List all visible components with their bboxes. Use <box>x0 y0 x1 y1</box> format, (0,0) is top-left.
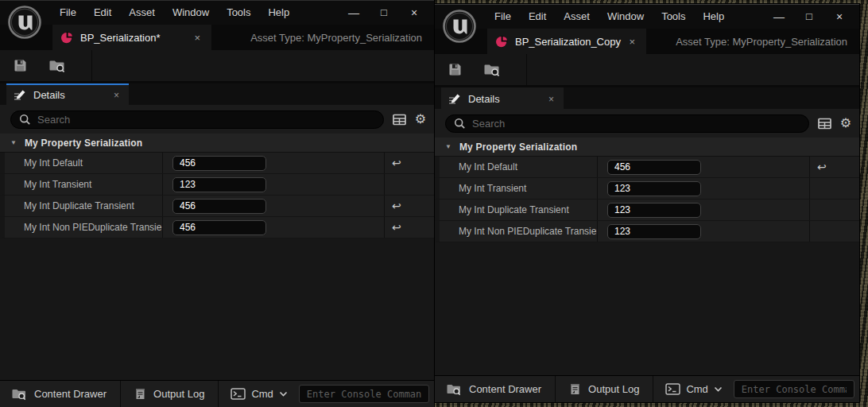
statusbar-separator <box>120 381 121 407</box>
details-tab-close-icon[interactable]: × <box>111 90 122 101</box>
console-command-input[interactable] <box>299 385 429 403</box>
title-bar: File Edit Asset Window Tools Help — □ × <box>0 1 434 25</box>
menu-bar: File Edit Asset Window Tools Help <box>0 1 298 25</box>
property-revert-cell: ↩ <box>809 221 859 242</box>
search-box[interactable] <box>445 114 809 133</box>
menu-tools[interactable]: Tools <box>218 1 259 25</box>
unreal-engine-logo-icon[interactable] <box>7 5 42 40</box>
output-log-button[interactable]: Output Log <box>123 381 215 407</box>
menu-window[interactable]: Window <box>599 5 653 29</box>
output-log-label: Output Log <box>153 388 204 400</box>
settings-gear-icon[interactable]: ⚙ <box>840 117 851 130</box>
output-log-icon <box>134 387 146 401</box>
chevron-down-icon: ▼ <box>445 143 451 150</box>
toolbar <box>0 50 434 82</box>
property-value-input[interactable] <box>607 224 701 239</box>
asset-tab-bp-serialization-copy[interactable]: BP_Serialization_Copy × <box>487 29 646 54</box>
statusbar-separator <box>218 381 219 407</box>
details-icon <box>14 89 26 101</box>
details-tab-bar: Details × <box>0 83 434 105</box>
menu-edit[interactable]: Edit <box>520 5 555 29</box>
maximize-icon[interactable]: □ <box>375 2 393 24</box>
menu-file[interactable]: File <box>51 1 85 25</box>
reset-to-default-icon[interactable]: ↩ <box>817 161 827 172</box>
menu-bar: File Edit Asset Window Tools Help <box>435 5 733 29</box>
unreal-engine-logo-icon[interactable] <box>442 9 477 44</box>
property-value-input[interactable] <box>172 156 266 171</box>
settings-gear-icon[interactable]: ⚙ <box>415 113 426 126</box>
property-label: My Int Non PIEDuplicate Transient <box>5 217 162 238</box>
output-log-button[interactable]: Output Log <box>558 376 650 402</box>
content-drawer-label: Content Drawer <box>469 383 541 395</box>
asset-tab-close-icon[interactable]: × <box>191 32 203 44</box>
details-search-row: ⚙ <box>0 105 434 134</box>
asset-tab-bp-serialization[interactable]: BP_Serialization* × <box>52 25 211 50</box>
cmd-dropdown-button[interactable]: Cmd <box>656 376 731 402</box>
toolbar-separator <box>91 50 92 82</box>
property-label: My Int Transient <box>5 174 162 195</box>
menu-asset[interactable]: Asset <box>555 5 599 29</box>
reset-to-default-icon[interactable]: ↩ <box>392 222 401 233</box>
menu-file[interactable]: File <box>486 5 520 29</box>
close-icon[interactable]: × <box>405 2 423 24</box>
property-row-my-int-transient: My Int Transient ↩ <box>435 178 859 200</box>
search-input[interactable] <box>37 114 375 126</box>
property-row-my-int-non-pieduplicate-transient: My Int Non PIEDuplicate Transient ↩ <box>0 217 434 238</box>
details-tab-close-icon[interactable]: × <box>546 94 556 105</box>
chevron-down-icon <box>279 391 288 397</box>
details-empty-area <box>435 242 859 375</box>
property-value-input[interactable] <box>607 181 701 196</box>
property-value-cell <box>597 178 809 199</box>
property-label: My Int Non PIEDuplicate Transient <box>440 221 597 242</box>
menu-edit[interactable]: Edit <box>85 1 120 25</box>
asset-tab-close-icon[interactable]: × <box>626 36 638 48</box>
save-button[interactable] <box>13 58 28 73</box>
reset-to-default-icon[interactable]: ↩ <box>392 157 401 169</box>
property-value-input[interactable] <box>607 160 701 175</box>
blueprint-icon <box>495 35 508 48</box>
menu-window[interactable]: Window <box>164 1 218 25</box>
reset-to-default-icon[interactable]: ↩ <box>392 200 401 211</box>
search-box[interactable] <box>10 110 384 129</box>
category-my-property-serialization[interactable]: ▼ My Property Serialization <box>0 134 434 153</box>
browse-to-asset-button[interactable] <box>48 58 66 73</box>
save-button[interactable] <box>448 62 463 77</box>
property-value-input[interactable] <box>607 203 701 218</box>
property-value-input[interactable] <box>172 220 266 235</box>
console-command-input[interactable] <box>734 380 854 398</box>
blueprint-icon <box>60 31 73 44</box>
property-revert-cell: ↩ <box>809 178 859 199</box>
category-my-property-serialization[interactable]: ▼ My Property Serialization <box>435 138 859 157</box>
cmd-dropdown-button[interactable]: Cmd <box>221 381 296 407</box>
console-icon <box>665 383 680 395</box>
minimize-icon[interactable]: — <box>770 6 788 28</box>
minimize-icon[interactable]: — <box>345 2 362 24</box>
menu-help[interactable]: Help <box>694 5 733 29</box>
browse-to-asset-button[interactable] <box>483 62 501 77</box>
menu-asset[interactable]: Asset <box>120 1 164 25</box>
menu-help[interactable]: Help <box>259 1 298 25</box>
content-drawer-icon <box>446 382 462 396</box>
statusbar-separator <box>555 376 556 402</box>
tab-details[interactable]: Details × <box>6 83 129 105</box>
menu-tools[interactable]: Tools <box>653 5 694 29</box>
property-label: My Int Default <box>5 153 162 173</box>
maximize-icon[interactable]: □ <box>800 6 818 28</box>
content-drawer-button[interactable]: Content Drawer <box>0 381 118 407</box>
close-icon[interactable]: × <box>831 6 848 28</box>
cmd-label: Cmd <box>686 383 707 395</box>
cmd-label: Cmd <box>251 388 273 400</box>
content-drawer-button[interactable]: Content Drawer <box>435 376 552 402</box>
tab-details[interactable]: Details × <box>441 87 564 109</box>
search-icon <box>454 118 466 130</box>
property-revert-cell: ↩ <box>384 153 434 173</box>
property-value-input[interactable] <box>172 177 266 192</box>
title-bar: File Edit Asset Window Tools Help — □ × <box>435 5 859 29</box>
search-input[interactable] <box>472 118 800 130</box>
display-filter-grid-icon[interactable] <box>393 114 406 126</box>
display-filter-grid-icon[interactable] <box>818 118 831 130</box>
property-row-my-int-duplicate-transient: My Int Duplicate Transient ↩ <box>0 196 434 217</box>
property-value-cell <box>162 153 384 173</box>
details-view-actions: ⚙ <box>393 113 426 126</box>
property-value-input[interactable] <box>172 199 266 214</box>
